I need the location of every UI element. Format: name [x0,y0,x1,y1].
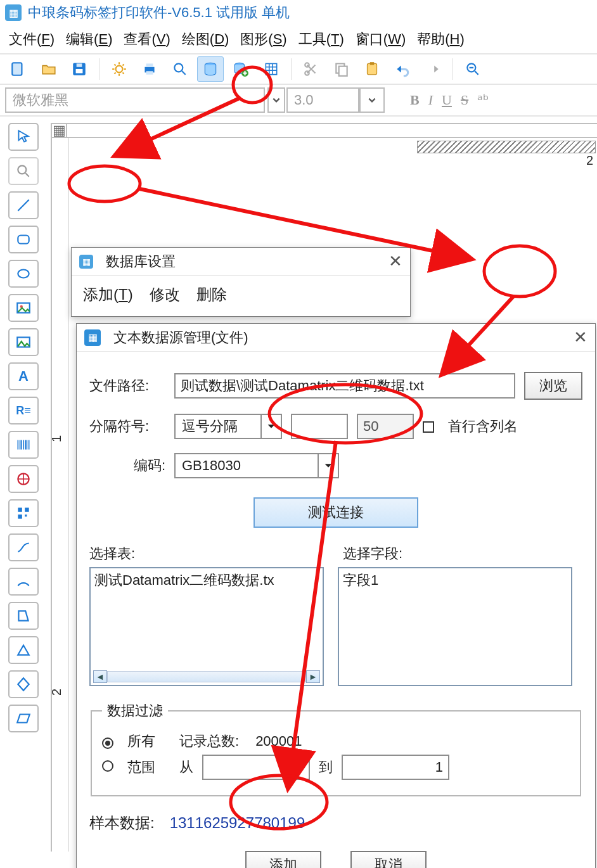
close-icon[interactable]: ✕ [388,252,402,271]
font-size-dropdown-icon[interactable] [359,87,385,113]
tool-triangle-icon[interactable] [8,636,39,664]
range-to-value: 1 [435,759,443,775]
ruler-num-2: 2 [49,689,64,696]
tool-arc-icon[interactable] [8,568,39,596]
close-icon[interactable]: ✕ [574,328,587,347]
scroll-track[interactable] [107,671,306,682]
encoding-label: 编码: [89,456,165,475]
scroll-left-icon[interactable]: ◄ [93,670,107,683]
svg-rect-15 [339,67,347,76]
tb-save-icon[interactable] [66,56,93,82]
tool-parallelogram-icon[interactable] [8,705,39,732]
tool-text-icon[interactable]: A [8,362,39,390]
italic-button[interactable]: I [428,92,433,108]
tb-gear-icon[interactable] [106,56,132,82]
vertical-text-button[interactable]: ᵃᵇ [477,92,489,108]
range-to-input[interactable]: 1 [342,755,449,780]
tb-database-icon[interactable] [197,56,224,82]
test-connection-button[interactable]: 测试连接 [254,497,418,528]
field-list-item[interactable]: 字段1 [343,571,567,590]
ruler-corner-icon: ▦ [52,124,67,137]
bold-button[interactable]: B [410,92,420,108]
tool-diamond-icon[interactable] [8,670,39,698]
menu-file[interactable]: 文件(F) [9,30,55,49]
dialog-icon: ▦ [84,329,101,346]
menu-window[interactable]: 窗口(W) [356,30,406,49]
menu-draw[interactable]: 绘图(D) [182,30,229,49]
tb-zoom-icon[interactable] [459,56,486,82]
underline-button[interactable]: U [442,92,452,108]
tb-copy-icon[interactable] [328,56,355,82]
window-titlebar: ▦ 中琅条码标签打印软件-V6.5.1 试用版 单机 [0,0,597,25]
font-family-combo[interactable]: 微软雅黑 [5,87,265,113]
table-scrollbar[interactable]: ◄ ► [93,670,320,684]
svg-rect-29 [25,514,27,516]
add-button[interactable]: 添加 [245,851,321,868]
tool-roundrect-icon[interactable] [8,226,39,253]
font-toolbar: 微软雅黑 3.0 B I U S ᵃᵇ [0,85,597,117]
field-listbox[interactable]: 字段1 [338,567,572,686]
tb-open-icon[interactable] [35,56,62,82]
table-list-item[interactable]: 测试Datamatrix二维码数据.tx [94,571,319,590]
svg-rect-20 [18,236,29,244]
tool-ellipse-icon[interactable] [8,260,39,288]
tool-qrcode-icon[interactable] [8,465,39,493]
tb-cut-icon[interactable] [298,56,324,82]
tool-picture-icon[interactable] [8,328,39,356]
database-modify-menu[interactable]: 修改 [150,284,180,305]
tb-preview-icon[interactable] [167,56,193,82]
record-total-value: 200001 [255,733,302,750]
tool-barcode-icon[interactable] [8,431,39,459]
tool-richtext-icon[interactable]: R≡ [8,397,39,424]
svg-rect-6 [146,63,153,67]
database-add-menu[interactable]: 添加(T) [83,284,133,305]
radio-range[interactable] [102,759,119,775]
tool-line-icon[interactable] [8,191,39,219]
left-tool-palette: A R≡ [5,123,42,732]
tb-grid-icon[interactable] [258,56,285,82]
tool-zoom-icon[interactable] [8,157,39,185]
sample-data-label: 样本数据: [89,813,155,833]
tb-redo-icon[interactable] [420,56,446,82]
tool-image-icon[interactable] [8,294,39,322]
tb-database-add-icon[interactable] [228,56,254,82]
tb-sep [291,58,292,80]
ruler-top-bar: ▦ [51,123,597,138]
tool-curve-icon[interactable] [8,533,39,561]
strike-button[interactable]: S [461,92,468,108]
tb-new-icon[interactable] [5,56,32,82]
first-row-header-checkbox[interactable] [423,418,439,435]
menu-edit[interactable]: 编辑(E) [66,30,112,49]
delimiter-custom-input[interactable] [291,414,348,439]
table-listbox[interactable]: 测试Datamatrix二维码数据.tx ◄ ► [89,567,324,686]
tb-paste-icon[interactable] [359,56,385,82]
chevron-down-icon [260,415,281,438]
delimiter-select[interactable]: 逗号分隔 [174,414,282,439]
menu-tool[interactable]: 工具(T) [298,30,344,49]
column-limit-value: 50 [363,418,378,435]
encoding-select[interactable]: GB18030 [174,453,339,478]
tool-pointer-icon[interactable] [8,123,39,151]
cancel-button[interactable]: 取消 [350,851,427,868]
scroll-right-icon[interactable]: ► [306,670,320,683]
radio-all[interactable] [102,733,119,750]
database-delete-menu[interactable]: 删除 [196,284,227,305]
window-title: 中琅条码标签打印软件-V6.5.1 试用版 单机 [28,3,290,22]
menubar: 文件(F) 编辑(E) 查看(V) 绘图(D) 图形(S) 工具(T) 窗口(W… [0,25,597,53]
menu-help[interactable]: 帮助(H) [417,30,465,49]
tb-print-icon[interactable] [136,56,163,82]
tb-undo-icon[interactable] [389,56,416,82]
tool-polygon-icon[interactable] [8,602,39,630]
font-size-combo[interactable]: 3.0 [286,87,359,113]
font-family-dropdown-icon[interactable] [267,87,285,113]
svg-point-4 [116,66,123,73]
file-path-input[interactable]: 则试数据\测试Datamatrix二维码数据.txt [174,373,515,399]
svg-rect-27 [25,507,29,512]
column-limit-input[interactable]: 50 [357,414,414,439]
encoding-value: GB18030 [182,457,241,474]
tool-datamatrix-icon[interactable] [8,499,39,527]
browse-button[interactable]: 浏览 [524,372,582,400]
menu-shape[interactable]: 图形(S) [240,30,286,49]
range-from-input[interactable] [202,755,310,780]
menu-view[interactable]: 查看(V) [124,30,170,49]
